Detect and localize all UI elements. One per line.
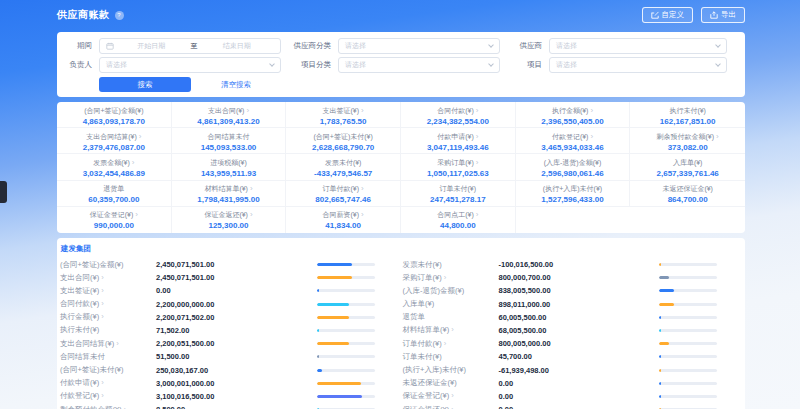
- mini-bar-track: [317, 355, 375, 358]
- stat-label: 执行金额(¥)›: [516, 106, 630, 116]
- group-row[interactable]: 剩余预付款金额(¥)›8,500.00: [60, 403, 403, 409]
- project-category-label: 项目分类: [281, 60, 338, 70]
- owner-select[interactable]: 请选择: [99, 57, 281, 73]
- group-row[interactable]: 支出合同(¥)›2,450,071,501.00: [60, 271, 403, 284]
- group-row-value: 45,700.00: [499, 352, 532, 361]
- stat-value: 1,798,431,995.00: [172, 194, 286, 205]
- group-row[interactable]: 材料结算单(¥)›68,005,500.00: [403, 324, 746, 337]
- group-row[interactable]: 付款申请(¥)›3,000,001,000.00: [60, 377, 403, 390]
- stat-value: 864,700.00: [630, 194, 745, 205]
- stat-cell[interactable]: 采购订单(¥)›1,050,117,025.63: [401, 154, 516, 180]
- group-row[interactable]: 订单付款(¥)›800,005,000.00: [403, 337, 746, 350]
- group-row-value: 60,005,500.00: [499, 313, 547, 322]
- group-row-value: 250,030,167.00: [156, 366, 208, 375]
- stat-cell: 执行未付(¥)162,167,851.00: [630, 102, 745, 128]
- stat-label: (入库-退货)金额(¥): [516, 158, 630, 168]
- chevron-down-icon: [488, 42, 494, 48]
- stat-label: 剩余预付款金额(¥)›: [630, 132, 745, 142]
- group-row-value: 800,005,000.00: [499, 339, 551, 348]
- chevron-right-icon: ›: [132, 158, 135, 167]
- group-row[interactable]: 保证金登记(¥)›0.00: [403, 390, 746, 403]
- stat-label: 保证金返还(¥)›: [172, 210, 286, 220]
- group-row: (入库-退货)金额(¥)838,005,500.00: [403, 284, 746, 297]
- stat-label: 保证金登记(¥)›: [57, 210, 171, 220]
- group-row: 执行未付(¥)71,502.00: [60, 324, 403, 337]
- project-select[interactable]: 请选择: [549, 57, 727, 73]
- stat-cell[interactable]: 合同付款(¥)›2,234,382,554.00: [401, 102, 516, 128]
- stat-cell[interactable]: 合同点工(¥)›44,800.00: [401, 207, 516, 233]
- stat-cell[interactable]: 合同薪资(¥)›41,834.00: [286, 207, 401, 233]
- group-row[interactable]: 执行金额(¥)›2,200,071,502.00: [60, 311, 403, 324]
- stat-cell[interactable]: 支出签证(¥)›1,783,765.50: [286, 102, 401, 128]
- chevron-right-icon: ›: [451, 391, 454, 400]
- group-row-label: 支出合同(¥)›: [60, 273, 156, 283]
- chevron-right-icon: ›: [101, 378, 104, 387]
- date-range-input[interactable]: 开始日期 至 结束日期: [99, 38, 281, 54]
- group-row[interactable]: 合同付款(¥)›2,200,000,000.00: [60, 298, 403, 311]
- group-row-label: 保证金登记(¥)›: [403, 391, 499, 401]
- stat-value: 2,234,382,554.00: [401, 116, 515, 127]
- group-row-label: 订单付款(¥)›: [403, 339, 499, 349]
- stat-cell: 发票未付(¥)-433,479,546.57: [286, 154, 401, 180]
- stat-value: 4,861,309,413.20: [172, 116, 286, 127]
- group-row-value: 0.00: [156, 286, 171, 295]
- group-row[interactable]: 支出合同结算(¥)›2,200,051,500.00: [60, 337, 403, 350]
- stat-cell[interactable]: 订单付款(¥)›802,665,747.46: [286, 181, 401, 207]
- chevron-right-icon: ›: [101, 299, 104, 308]
- stat-value: 125,300.00: [172, 220, 286, 231]
- search-button[interactable]: 搜索: [99, 77, 191, 92]
- chevron-right-icon: ›: [590, 132, 593, 141]
- stat-cell[interactable]: 付款申请(¥)›3,047,119,493.46: [401, 128, 516, 154]
- group-row[interactable]: 保证金返还(¥)›0.00: [403, 403, 746, 409]
- clear-search-link[interactable]: 清空搜索: [221, 80, 251, 90]
- mini-bar-track: [659, 355, 717, 358]
- stat-value: 2,628,668,790.70: [286, 142, 400, 153]
- stat-cell[interactable]: 发票金额(¥)›3,032,454,486.89: [57, 154, 172, 180]
- side-drawer-handle[interactable]: [0, 181, 7, 203]
- supplier-label: 供应商: [500, 41, 549, 51]
- chevron-right-icon: ›: [101, 391, 104, 400]
- customize-button[interactable]: 自定义: [642, 7, 694, 23]
- export-button[interactable]: 导出: [701, 7, 745, 23]
- group-row[interactable]: 支出签证(¥)›0.00: [60, 284, 403, 297]
- stat-cell: (合同+签证)金额(¥)4,863,093,178.70: [57, 102, 172, 128]
- stat-value: 1,783,765.50: [286, 116, 400, 127]
- page-title: 供应商账款: [57, 8, 110, 22]
- group-row: 合同结算未付51,500.00: [60, 350, 403, 363]
- group-row[interactable]: 采购订单(¥)›800,000,700.00: [403, 271, 746, 284]
- stat-cell[interactable]: 材料结算单(¥)›1,798,431,995.00: [172, 181, 287, 207]
- help-icon[interactable]: ?: [115, 11, 124, 20]
- stat-value: 3,032,454,486.89: [57, 168, 171, 179]
- chevron-right-icon: ›: [361, 184, 364, 193]
- project-category-select[interactable]: 请选择: [338, 57, 500, 73]
- stat-cell[interactable]: 保证金返还(¥)›125,300.00: [172, 207, 287, 233]
- stat-cell-empty: [516, 207, 631, 233]
- group-breakdown-card: 建发集团 (合同+签证)金额(¥)2,450,071,501.00支出合同(¥)…: [57, 238, 745, 409]
- stat-cell: (入库-退货)金额(¥)2,596,980,061.46: [516, 154, 631, 180]
- stat-cell: (执行+入库)未付(¥)1,527,596,433.00: [516, 181, 631, 207]
- stat-cell[interactable]: 保证金登记(¥)›990,000.00: [57, 207, 172, 233]
- group-row-value: 2,450,071,501.00: [156, 260, 214, 269]
- stat-cell[interactable]: 付款登记(¥)›3,465,934,033.46: [516, 128, 631, 154]
- stat-cell[interactable]: 剩余预付款金额(¥)›373,082.00: [630, 128, 745, 154]
- chevron-right-icon: ›: [716, 132, 719, 141]
- chevron-right-icon: ›: [476, 132, 479, 141]
- stat-cell[interactable]: 支出合同结算(¥)›2,379,476,087.00: [57, 128, 172, 154]
- stat-value: 2,396,550,405.00: [516, 116, 630, 127]
- filter-panel: 期间 开始日期 至 结束日期 供应商分类 请选择 供应商 请选择 负责人: [57, 32, 745, 97]
- stat-cell[interactable]: 执行金额(¥)›2,396,550,405.00: [516, 102, 631, 128]
- chevron-right-icon: ›: [361, 210, 364, 219]
- mini-bar-track: [317, 316, 375, 319]
- mini-bar-track: [659, 289, 717, 292]
- group-row[interactable]: 付款登记(¥)›3,100,016,500.00: [60, 390, 403, 403]
- mini-bar-track: [317, 263, 375, 266]
- select-placeholder: 请选择: [556, 60, 577, 70]
- chevron-right-icon: ›: [476, 210, 479, 219]
- calendar-icon: [106, 42, 114, 50]
- stat-cell[interactable]: 支出合同(¥)›4,861,309,413.20: [172, 102, 287, 128]
- supplier-category-select[interactable]: 请选择: [338, 38, 500, 54]
- chevron-right-icon: ›: [476, 106, 479, 115]
- mini-bar-track: [659, 329, 717, 332]
- stat-cell: 退货单60,359,700.00: [57, 181, 172, 207]
- supplier-select[interactable]: 请选择: [549, 38, 727, 54]
